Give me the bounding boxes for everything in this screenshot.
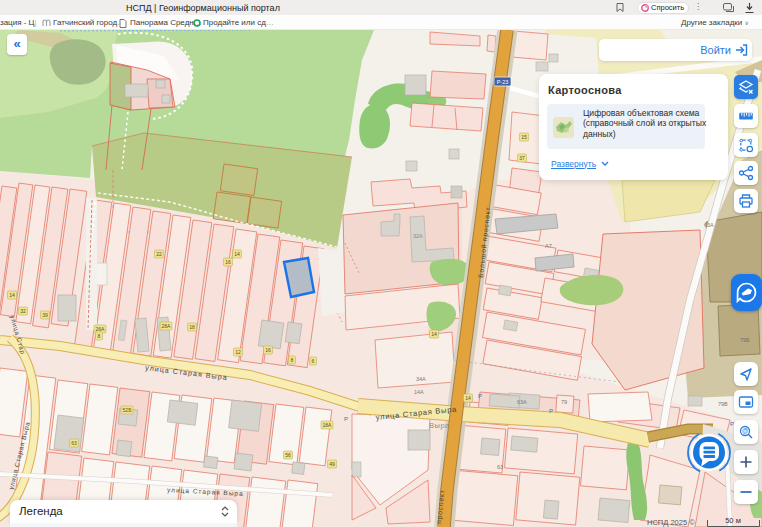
svg-text:Р: Р bbox=[478, 393, 482, 399]
svg-text:52Б: 52Б bbox=[123, 407, 133, 413]
svg-text:14: 14 bbox=[9, 292, 15, 298]
svg-text:39: 39 bbox=[42, 312, 48, 318]
svg-text:А7: А7 bbox=[545, 243, 552, 249]
svg-text:22: 22 bbox=[156, 251, 162, 257]
svg-text:8: 8 bbox=[291, 357, 294, 363]
svg-text:28А: 28А bbox=[162, 323, 172, 329]
svg-text:Р: Р bbox=[344, 416, 348, 422]
svg-text:79Б: 79Б bbox=[740, 337, 750, 343]
svg-text:18: 18 bbox=[189, 324, 195, 330]
svg-text:49: 49 bbox=[329, 461, 335, 467]
svg-text:79В: 79В bbox=[718, 401, 728, 407]
svg-text:14: 14 bbox=[465, 395, 471, 401]
svg-text:14: 14 bbox=[234, 251, 240, 257]
svg-text:34А: 34А bbox=[416, 376, 426, 382]
svg-text:63: 63 bbox=[497, 464, 503, 470]
svg-text:8: 8 bbox=[98, 333, 101, 339]
svg-text:63А: 63А bbox=[517, 399, 527, 405]
svg-text:63А: 63А bbox=[704, 222, 714, 228]
svg-text:56: 56 bbox=[285, 452, 291, 458]
svg-text:37: 37 bbox=[519, 155, 525, 161]
svg-text:18А: 18А bbox=[323, 422, 333, 428]
svg-text:15: 15 bbox=[521, 134, 527, 140]
svg-text:Р-23: Р-23 bbox=[497, 79, 509, 85]
svg-text:32: 32 bbox=[20, 308, 26, 314]
svg-text:6: 6 bbox=[312, 358, 315, 364]
svg-text:16: 16 bbox=[225, 259, 231, 265]
svg-text:32А: 32А bbox=[413, 233, 423, 239]
svg-text:16: 16 bbox=[265, 347, 271, 353]
svg-text:12: 12 bbox=[235, 349, 241, 355]
svg-text:Р: Р bbox=[549, 408, 553, 414]
svg-text:63: 63 bbox=[71, 440, 77, 446]
svg-text:14: 14 bbox=[431, 331, 437, 337]
svg-text:Выра: Выра bbox=[429, 421, 450, 430]
svg-text:14А: 14А bbox=[414, 389, 424, 395]
svg-text:@: @ bbox=[742, 427, 749, 434]
svg-text:26А: 26А bbox=[96, 326, 106, 332]
svg-text:79: 79 bbox=[561, 399, 567, 405]
